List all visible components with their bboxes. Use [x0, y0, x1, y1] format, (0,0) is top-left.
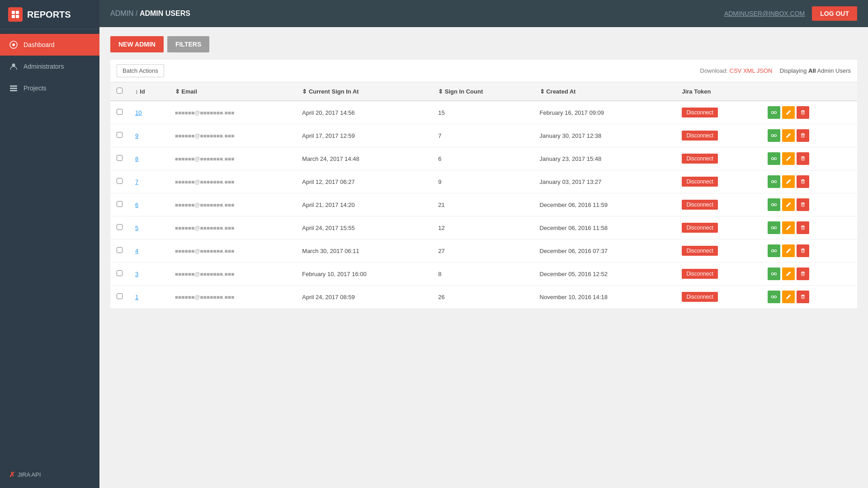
- row-count-10: 15: [432, 101, 533, 124]
- edit-button-8[interactable]: [782, 152, 795, 165]
- admin-id-link-7[interactable]: 7: [135, 178, 138, 185]
- table-actions-bar: Batch Actions Download: CSV XML JSON Dis…: [110, 60, 857, 82]
- edit-button-9[interactable]: [782, 129, 795, 142]
- row-select-checkbox-7[interactable]: [117, 178, 123, 184]
- svg-point-75: [774, 296, 777, 298]
- disconnect-button-7[interactable]: Disconnect: [682, 177, 717, 187]
- row-actions-1: [761, 286, 857, 309]
- table-row: 5 ■■■■■■@■■■■■■■.■■■ April 24, 2017 15:5…: [110, 216, 857, 239]
- row-sign-in-6: April 21, 2017 14:20: [296, 193, 432, 216]
- delete-button-8[interactable]: [797, 152, 809, 165]
- admin-id-link-8[interactable]: 8: [135, 155, 138, 162]
- admin-id-link-3[interactable]: 3: [135, 271, 138, 277]
- delete-button-6[interactable]: [797, 198, 809, 211]
- delete-button-1[interactable]: [797, 291, 809, 303]
- connect-button-6[interactable]: [768, 198, 780, 211]
- connect-button-10[interactable]: [768, 106, 780, 119]
- delete-button-10[interactable]: [797, 106, 809, 119]
- admin-id-link-10[interactable]: 10: [135, 109, 142, 116]
- row-jira-3: Disconnect: [675, 263, 761, 286]
- svg-rect-1: [16, 11, 19, 14]
- admin-id-link-4[interactable]: 4: [135, 248, 138, 254]
- admin-id-link-6[interactable]: 6: [135, 202, 138, 208]
- disconnect-button-3[interactable]: Disconnect: [682, 269, 717, 279]
- row-select-checkbox-9[interactable]: [117, 132, 123, 138]
- delete-button-7[interactable]: [797, 175, 809, 188]
- disconnect-button-10[interactable]: Disconnect: [682, 108, 717, 117]
- delete-button-4[interactable]: [797, 244, 809, 257]
- edit-button-1[interactable]: [782, 291, 795, 303]
- new-admin-button[interactable]: NEW ADMIN: [110, 36, 164, 52]
- row-id-1: 1: [129, 286, 169, 309]
- admin-email-6: ■■■■■■@■■■■■■■.■■■: [175, 202, 234, 208]
- edit-button-10[interactable]: [782, 106, 795, 119]
- delete-button-5[interactable]: [797, 221, 809, 234]
- admin-email-10: ■■■■■■@■■■■■■■.■■■: [175, 110, 234, 116]
- row-created-4: December 06, 2016 07:37: [533, 239, 676, 263]
- col-header-created[interactable]: ⇕ Created At: [533, 82, 676, 101]
- row-checkbox-5: [110, 216, 129, 239]
- col-header-sign-in[interactable]: ⇕ Current Sign In At: [296, 82, 432, 101]
- edit-button-7[interactable]: [782, 175, 795, 188]
- connect-button-8[interactable]: [768, 152, 780, 165]
- row-select-checkbox-5[interactable]: [117, 224, 123, 230]
- action-buttons-8: [768, 152, 851, 165]
- row-checkbox-4: [110, 239, 129, 263]
- row-select-checkbox-3[interactable]: [117, 270, 123, 276]
- disconnect-button-9[interactable]: Disconnect: [682, 131, 717, 141]
- connect-button-1[interactable]: [768, 291, 780, 303]
- action-buttons-3: [768, 267, 851, 280]
- logout-button[interactable]: LOG OUT: [812, 6, 857, 21]
- edit-button-3[interactable]: [782, 267, 795, 280]
- table-row: 9 ■■■■■■@■■■■■■■.■■■ April 17, 2017 12:5…: [110, 124, 857, 147]
- row-select-checkbox-8[interactable]: [117, 155, 123, 161]
- select-all-checkbox[interactable]: [117, 88, 123, 94]
- svg-point-43: [774, 204, 777, 206]
- row-count-5: 12: [432, 216, 533, 239]
- admin-id-link-9[interactable]: 9: [135, 132, 138, 139]
- admin-id-link-5[interactable]: 5: [135, 225, 138, 231]
- download-csv-link[interactable]: CSV: [730, 67, 742, 74]
- edit-button-4[interactable]: [782, 244, 795, 257]
- connect-button-7[interactable]: [768, 175, 780, 188]
- row-email-1: ■■■■■■@■■■■■■■.■■■: [169, 286, 296, 309]
- table-row: 7 ■■■■■■@■■■■■■■.■■■ April 12, 2017 06:2…: [110, 170, 857, 193]
- connect-button-3[interactable]: [768, 267, 780, 280]
- download-xml-link[interactable]: XML: [743, 67, 755, 74]
- batch-actions-button[interactable]: Batch Actions: [117, 64, 164, 77]
- row-actions-6: [761, 193, 857, 216]
- disconnect-button-4[interactable]: Disconnect: [682, 246, 717, 256]
- disconnect-button-1[interactable]: Disconnect: [682, 292, 717, 302]
- sidebar-item-projects[interactable]: Projects: [0, 77, 99, 99]
- row-id-8: 8: [129, 147, 169, 170]
- sidebar-item-administrators-label: Administrators: [24, 63, 64, 70]
- row-email-3: ■■■■■■@■■■■■■■.■■■: [169, 263, 296, 286]
- download-json-link[interactable]: JSON: [757, 67, 773, 74]
- col-header-id[interactable]: ↕ Id: [129, 82, 169, 101]
- admin-id-link-1[interactable]: 1: [135, 294, 138, 300]
- row-select-checkbox-10[interactable]: [117, 109, 123, 115]
- row-email-5: ■■■■■■@■■■■■■■.■■■: [169, 216, 296, 239]
- row-select-checkbox-6[interactable]: [117, 201, 123, 207]
- delete-button-9[interactable]: [797, 129, 809, 142]
- filters-button[interactable]: FILTERS: [167, 36, 209, 52]
- connect-button-5[interactable]: [768, 221, 780, 234]
- disconnect-button-8[interactable]: Disconnect: [682, 154, 717, 164]
- disconnect-button-5[interactable]: Disconnect: [682, 223, 717, 233]
- connect-button-9[interactable]: [768, 129, 780, 142]
- col-header-email[interactable]: ⇕ Email: [169, 82, 296, 101]
- row-sign-in-7: April 12, 2017 06:27: [296, 170, 432, 193]
- sidebar-item-administrators[interactable]: Administrators: [0, 56, 99, 77]
- row-checkbox-7: [110, 170, 129, 193]
- edit-button-6[interactable]: [782, 198, 795, 211]
- connect-button-4[interactable]: [768, 244, 780, 257]
- edit-button-5[interactable]: [782, 221, 795, 234]
- row-select-checkbox-4[interactable]: [117, 247, 123, 253]
- delete-button-3[interactable]: [797, 267, 809, 280]
- disconnect-button-6[interactable]: Disconnect: [682, 200, 717, 210]
- row-count-1: 26: [432, 286, 533, 309]
- svg-point-5: [12, 43, 15, 46]
- row-select-checkbox-1[interactable]: [117, 293, 123, 299]
- sidebar-item-dashboard[interactable]: Dashboard: [0, 34, 99, 56]
- col-header-count[interactable]: ⇕ Sign In Count: [432, 82, 533, 101]
